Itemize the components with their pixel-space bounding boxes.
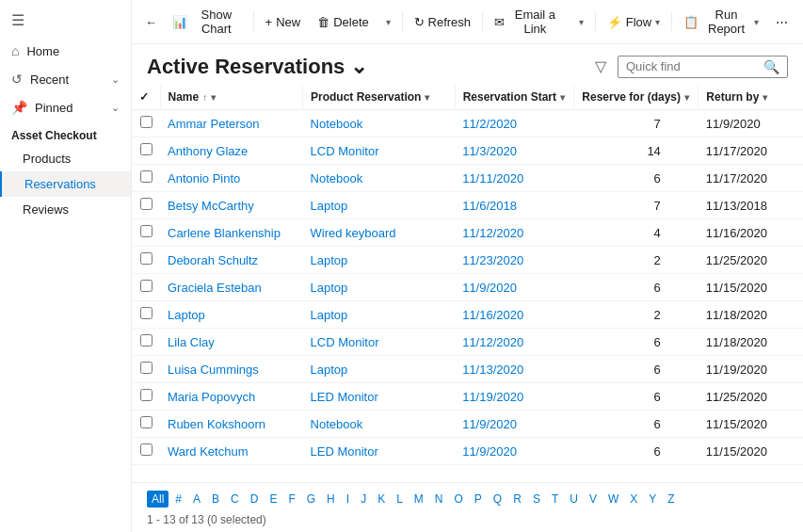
search-icon[interactable]: 🔍 bbox=[763, 59, 779, 74]
name-link[interactable]: Anthony Glaze bbox=[168, 144, 248, 158]
name-link[interactable]: Ammar Peterson bbox=[168, 117, 260, 131]
start-column-header[interactable]: Reservation Start ▾ bbox=[455, 85, 574, 110]
product-link[interactable]: Notebook bbox=[311, 417, 363, 431]
alphabet-item[interactable]: J bbox=[356, 491, 371, 508]
start-link[interactable]: 11/6/2018 bbox=[462, 199, 517, 213]
row-checkbox-cell[interactable] bbox=[132, 137, 160, 165]
alphabet-item[interactable]: Z bbox=[663, 491, 679, 508]
row-checkbox[interactable] bbox=[140, 307, 153, 319]
start-link[interactable]: 11/23/2020 bbox=[462, 253, 523, 267]
name-link[interactable]: Carlene Blankenship bbox=[168, 226, 281, 240]
row-checkbox-cell[interactable] bbox=[132, 274, 160, 301]
alphabet-item[interactable]: L bbox=[392, 491, 408, 508]
alphabet-item[interactable]: # bbox=[170, 491, 186, 508]
hamburger-icon[interactable]: ☰ bbox=[0, 4, 131, 37]
name-link[interactable]: Maria Popovych bbox=[168, 390, 255, 404]
row-checkbox[interactable] bbox=[140, 143, 153, 155]
start-link[interactable]: 11/12/2020 bbox=[462, 226, 523, 240]
row-checkbox-cell[interactable] bbox=[132, 192, 160, 219]
start-link[interactable]: 11/16/2020 bbox=[462, 308, 523, 322]
product-link[interactable]: Wired keyboard bbox=[311, 226, 396, 240]
start-link[interactable]: 11/3/2020 bbox=[462, 144, 517, 158]
alphabet-item[interactable]: O bbox=[450, 491, 468, 508]
name-link[interactable]: Graciela Esteban bbox=[168, 281, 262, 295]
back-button[interactable]: ← bbox=[139, 11, 163, 33]
alphabet-item[interactable]: E bbox=[265, 491, 281, 508]
alphabet-item[interactable]: X bbox=[625, 491, 642, 508]
show-chart-button[interactable]: 📊 Show Chart bbox=[165, 4, 249, 40]
row-checkbox[interactable] bbox=[140, 116, 153, 128]
name-link[interactable]: Ward Ketchum bbox=[168, 444, 249, 459]
start-link[interactable]: 11/9/2020 bbox=[462, 417, 517, 431]
alphabet-item[interactable]: R bbox=[508, 491, 526, 508]
product-link[interactable]: LCD Monitor bbox=[311, 335, 379, 349]
row-checkbox[interactable] bbox=[140, 443, 153, 456]
alphabet-item[interactable]: N bbox=[430, 491, 448, 508]
row-checkbox-cell[interactable] bbox=[132, 438, 160, 465]
delete-button[interactable]: 🗑 Delete bbox=[310, 11, 377, 33]
sidebar-item-home[interactable]: ⌂ Home bbox=[0, 37, 131, 65]
product-link[interactable]: LED Monitor bbox=[311, 390, 378, 404]
alphabet-item[interactable]: V bbox=[585, 491, 602, 508]
alphabet-item[interactable]: D bbox=[246, 491, 264, 508]
name-link[interactable]: Deborah Schultz bbox=[168, 253, 258, 267]
alphabet-item[interactable]: K bbox=[373, 491, 390, 508]
row-checkbox[interactable] bbox=[140, 416, 153, 428]
run-report-button[interactable]: 📋 Run Report ▾ bbox=[676, 4, 766, 40]
quick-find-input[interactable] bbox=[626, 59, 758, 73]
row-checkbox-cell[interactable] bbox=[132, 247, 160, 274]
sidebar-item-reviews[interactable]: Reviews bbox=[0, 197, 131, 222]
alphabet-item[interactable]: Y bbox=[644, 491, 661, 508]
alphabet-item[interactable]: B bbox=[207, 491, 224, 508]
alphabet-item[interactable]: F bbox=[283, 491, 299, 508]
product-link[interactable]: LCD Monitor bbox=[311, 144, 379, 158]
filter-icon[interactable]: ▽ bbox=[591, 54, 610, 79]
row-checkbox-cell[interactable] bbox=[132, 411, 160, 438]
row-checkbox-cell[interactable] bbox=[132, 356, 160, 383]
product-link[interactable]: LED Monitor bbox=[311, 444, 378, 459]
row-checkbox[interactable] bbox=[140, 252, 153, 265]
row-checkbox[interactable] bbox=[140, 280, 153, 292]
row-checkbox[interactable] bbox=[140, 225, 153, 237]
alphabet-item[interactable]: M bbox=[410, 491, 428, 508]
refresh-button[interactable]: ↻ Refresh bbox=[407, 11, 479, 33]
row-checkbox-cell[interactable] bbox=[132, 219, 160, 247]
product-link[interactable]: Laptop bbox=[311, 308, 348, 322]
start-link[interactable]: 11/9/2020 bbox=[462, 281, 517, 295]
alphabet-item[interactable]: U bbox=[565, 491, 583, 508]
row-checkbox[interactable] bbox=[140, 170, 153, 183]
alphabet-item[interactable]: G bbox=[302, 491, 320, 508]
start-link[interactable]: 11/19/2020 bbox=[462, 390, 523, 404]
product-link[interactable]: Laptop bbox=[311, 253, 348, 267]
return-column-header[interactable]: Return by ▾ bbox=[699, 85, 803, 110]
product-column-header[interactable]: Product Reservation ▾ bbox=[303, 85, 456, 110]
name-link[interactable]: Laptop bbox=[168, 308, 205, 322]
start-link[interactable]: 11/2/2020 bbox=[462, 117, 517, 131]
name-column-header[interactable]: Name ↑ ▾ bbox=[160, 85, 303, 110]
alphabet-item[interactable]: A bbox=[188, 491, 205, 508]
name-link[interactable]: Betsy McCarthy bbox=[168, 199, 254, 213]
row-checkbox[interactable] bbox=[140, 389, 153, 401]
product-link[interactable]: Laptop bbox=[311, 281, 348, 295]
product-link[interactable]: Notebook bbox=[311, 171, 363, 185]
row-checkbox[interactable] bbox=[140, 198, 153, 210]
flow-button[interactable]: ⚡ Flow ▾ bbox=[600, 11, 667, 33]
name-link[interactable]: Lila Clay bbox=[168, 335, 215, 349]
row-checkbox[interactable] bbox=[140, 334, 153, 347]
name-link[interactable]: Antonio Pinto bbox=[168, 171, 240, 185]
row-checkbox[interactable] bbox=[140, 362, 153, 374]
product-link[interactable]: Laptop bbox=[311, 363, 348, 377]
sidebar-item-recent[interactable]: ↺ Recent ⌄ bbox=[0, 65, 131, 93]
sidebar-item-pinned[interactable]: 📌 Pinned ⌄ bbox=[0, 93, 131, 121]
row-checkbox-cell[interactable] bbox=[132, 301, 160, 329]
row-checkbox-cell[interactable] bbox=[132, 110, 160, 137]
product-link[interactable]: Notebook bbox=[311, 117, 363, 131]
row-checkbox-cell[interactable] bbox=[132, 383, 160, 411]
alphabet-item[interactable]: C bbox=[226, 491, 244, 508]
start-link[interactable]: 11/9/2020 bbox=[462, 444, 517, 459]
days-column-header[interactable]: Reserve for (days) ▾ bbox=[574, 85, 699, 110]
chevron-down-icon[interactable]: ⌄ bbox=[350, 55, 367, 79]
alphabet-item[interactable]: Q bbox=[489, 491, 506, 508]
alphabet-item[interactable]: S bbox=[528, 491, 545, 508]
product-link[interactable]: Laptop bbox=[311, 199, 348, 213]
